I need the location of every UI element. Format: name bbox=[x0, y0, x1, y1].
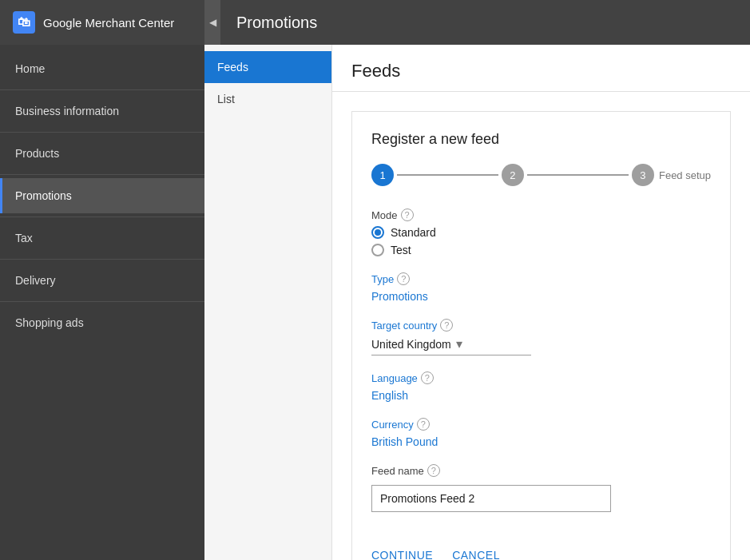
sub-nav-item-feeds[interactable]: Feeds bbox=[204, 51, 331, 83]
sidebar-item-products[interactable]: Products bbox=[0, 136, 204, 171]
sidebar-item-home[interactable]: Home bbox=[0, 51, 204, 86]
currency-help-icon[interactable]: ? bbox=[417, 418, 430, 431]
sidebar-item-label: Tax bbox=[15, 232, 33, 244]
sidebar-divider bbox=[0, 132, 204, 133]
page-title: Promotions bbox=[220, 14, 317, 32]
sidebar-item-shopping-ads[interactable]: Shopping ads bbox=[0, 305, 204, 340]
feed-name-label: Feed name ? bbox=[371, 464, 711, 477]
mode-standard-radio[interactable] bbox=[371, 226, 384, 239]
action-row: CONTINUE CANCEL bbox=[371, 531, 711, 560]
language-field-group: Language ? English bbox=[371, 371, 711, 402]
sidebar-divider bbox=[0, 301, 204, 302]
mode-label: Mode ? bbox=[371, 209, 711, 221]
type-label: Type ? bbox=[371, 272, 711, 285]
sub-nav-item-label: List bbox=[217, 93, 235, 105]
sidebar-divider bbox=[0, 259, 204, 260]
sidebar-item-tax[interactable]: Tax bbox=[0, 220, 204, 256]
mode-field-group: Mode ? Standard Test bbox=[371, 209, 711, 256]
feed-name-help-icon[interactable]: ? bbox=[427, 464, 440, 477]
mode-test-radio[interactable] bbox=[371, 244, 384, 256]
sidebar-item-label: Products bbox=[15, 147, 59, 160]
step-line-2 bbox=[527, 174, 629, 176]
sidebar-item-business-information[interactable]: Business information bbox=[0, 93, 204, 129]
logo-text: Google Merchant Center bbox=[43, 16, 174, 30]
content-area: Feeds Register a new feed 1 2 3 bbox=[332, 45, 750, 560]
currency-value: British Pound bbox=[371, 435, 711, 448]
feeds-title: Feeds bbox=[351, 61, 731, 81]
register-feed-card: Register a new feed 1 2 3 Feed setup bbox=[351, 111, 731, 560]
step-line-1 bbox=[397, 174, 498, 176]
chevron-down-icon: ▾ bbox=[456, 336, 462, 351]
sidebar-item-label: Promotions bbox=[15, 189, 72, 202]
language-value: English bbox=[371, 389, 711, 402]
sidebar-divider bbox=[0, 216, 204, 217]
sub-nav-item-label: Feeds bbox=[217, 61, 248, 73]
type-help-icon[interactable]: ? bbox=[397, 272, 410, 285]
target-country-help-icon[interactable]: ? bbox=[440, 319, 453, 332]
feed-name-field-group: Feed name ? bbox=[371, 464, 711, 512]
main-layout: Home Business information Products Promo… bbox=[0, 45, 750, 560]
type-value: Promotions bbox=[371, 290, 711, 303]
step-2-circle: 2 bbox=[502, 164, 524, 186]
currency-field-group: Currency ? British Pound bbox=[371, 418, 711, 448]
target-country-label: Target country ? bbox=[371, 319, 711, 332]
sidebar-item-promotions[interactable]: Promotions bbox=[0, 178, 204, 213]
register-feed-title: Register a new feed bbox=[371, 131, 711, 148]
sidebar: Home Business information Products Promo… bbox=[0, 45, 204, 560]
sub-nav-item-list[interactable]: List bbox=[204, 83, 331, 115]
mode-radio-group: Standard Test bbox=[371, 226, 711, 256]
logo-area: 🛍 Google Merchant Center bbox=[0, 11, 204, 34]
language-help-icon[interactable]: ? bbox=[421, 371, 434, 384]
mode-help-icon[interactable]: ? bbox=[401, 209, 414, 221]
continue-button[interactable]: CONTINUE bbox=[371, 544, 433, 560]
radio-selected-dot bbox=[375, 229, 381, 236]
mode-standard-option[interactable]: Standard bbox=[371, 226, 711, 239]
sidebar-item-label: Business information bbox=[15, 105, 119, 117]
target-country-dropdown[interactable]: United Kingdom ▾ bbox=[371, 336, 531, 355]
sidebar-divider bbox=[0, 174, 204, 175]
target-country-value: United Kingdom bbox=[371, 338, 451, 351]
sidebar-divider bbox=[0, 89, 204, 90]
chevron-left-icon: ◀ bbox=[209, 17, 216, 28]
sub-nav: Feeds List bbox=[204, 45, 332, 560]
feed-name-input[interactable] bbox=[371, 485, 611, 512]
sidebar-item-delivery[interactable]: Delivery bbox=[0, 263, 204, 298]
type-field-group: Type ? Promotions bbox=[371, 272, 711, 303]
steps-indicator: 1 2 3 Feed setup bbox=[371, 164, 711, 186]
sidebar-item-label: Home bbox=[15, 62, 45, 75]
sidebar-item-label: Delivery bbox=[15, 274, 56, 287]
sidebar-item-label: Shopping ads bbox=[15, 316, 84, 329]
step-1-circle: 1 bbox=[371, 164, 394, 186]
mode-test-option[interactable]: Test bbox=[371, 244, 711, 256]
target-country-field-group: Target country ? United Kingdom ▾ bbox=[371, 319, 711, 355]
collapse-sidebar-button[interactable]: ◀ bbox=[204, 0, 220, 45]
cancel-button[interactable]: CANCEL bbox=[452, 544, 500, 560]
step-3-label: Feed setup bbox=[659, 169, 711, 181]
top-header: 🛍 Google Merchant Center ◀ Promotions bbox=[0, 0, 750, 45]
feeds-section-header: Feeds bbox=[332, 45, 750, 92]
google-merchant-logo-icon: 🛍 bbox=[13, 11, 35, 34]
feeds-body: Register a new feed 1 2 3 Feed setup bbox=[332, 92, 750, 560]
step-3-circle: 3 bbox=[632, 164, 654, 186]
language-label: Language ? bbox=[371, 371, 711, 384]
currency-label: Currency ? bbox=[371, 418, 711, 431]
